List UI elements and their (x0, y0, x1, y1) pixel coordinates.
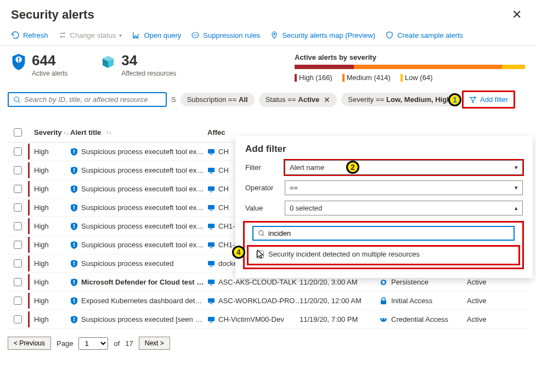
search-box[interactable] (8, 92, 167, 107)
svg-rect-10 (74, 171, 75, 172)
value-search-input[interactable] (268, 229, 509, 237)
create-sample-button[interactable]: Create sample alerts (385, 31, 463, 39)
status-filter-pill[interactable]: Status == Active ✕ (259, 93, 337, 107)
svg-rect-40 (74, 283, 75, 284)
prev-page-button[interactable]: < Previous (8, 337, 51, 350)
svg-rect-19 (208, 205, 215, 209)
filter-field-select[interactable]: Alert name ▾ (285, 160, 523, 175)
col-severity[interactable]: Severity↑↓ (27, 128, 70, 137)
svg-rect-50 (208, 317, 215, 321)
sort-icon: ↑↓ (106, 129, 111, 135)
filter-option[interactable]: Security incident detected on multiple r… (247, 245, 520, 265)
svg-point-54 (259, 231, 263, 235)
monitor-icon (207, 185, 215, 193)
shield-icon (70, 278, 78, 287)
cell-time: 11/20/20, 12:00 AM (300, 297, 379, 305)
row-checkbox[interactable] (14, 147, 22, 156)
cell-severity: High (27, 147, 70, 156)
svg-rect-49 (74, 320, 75, 321)
cycle-icon (379, 278, 388, 287)
remove-status-filter[interactable]: ✕ (324, 95, 330, 104)
chevron-down-icon: ▾ (515, 184, 518, 191)
row-checkbox[interactable] (14, 241, 22, 249)
row-checkbox[interactable] (14, 222, 22, 230)
close-button[interactable]: ✕ (509, 7, 525, 23)
svg-rect-29 (208, 242, 215, 247)
value-search-box[interactable]: 3 (252, 226, 515, 241)
svg-rect-9 (74, 168, 75, 171)
monitor-icon (207, 204, 215, 212)
table-row[interactable]: HighSuspicious process executed [seen …C… (8, 310, 528, 329)
change-status-button: Change status ▾ (58, 31, 122, 39)
search-icon (258, 230, 265, 237)
cell-time: 11/19/20, 7:00 PM (300, 315, 379, 323)
refresh-button[interactable]: Refresh (11, 31, 48, 39)
svg-rect-20 (210, 210, 212, 211)
severity-filter-pill[interactable]: Severity == Low, Medium, High (341, 93, 458, 106)
svg-rect-5 (74, 150, 75, 152)
cell-mitre: Persistence (379, 278, 467, 287)
cell-time: 11/20/20, 3:00 AM (300, 278, 379, 286)
svg-rect-7 (208, 149, 215, 154)
alerts-map-button[interactable]: Security alerts map (Preview) (270, 31, 375, 39)
svg-rect-42 (210, 285, 212, 286)
monitor-icon (207, 148, 215, 156)
active-alerts-count: 644 (32, 53, 67, 67)
map-pin-icon (270, 31, 279, 39)
add-filter-button[interactable]: Add filter 1 (462, 90, 515, 109)
row-checkbox[interactable] (14, 297, 22, 305)
open-query-button[interactable]: Open query (132, 31, 181, 39)
shield-icon (385, 31, 394, 39)
row-checkbox[interactable] (14, 259, 22, 268)
table-row[interactable]: HighExposed Kubernetes dashboard det…ASC… (8, 292, 528, 310)
select-all-checkbox[interactable] (14, 128, 22, 137)
page-select[interactable]: 1 (78, 337, 108, 350)
svg-rect-14 (74, 190, 75, 191)
suppression-icon (191, 31, 200, 39)
row-checkbox[interactable] (14, 166, 22, 174)
cell-status: Active (467, 315, 506, 323)
row-checkbox[interactable] (14, 185, 22, 193)
value-select[interactable]: 0 selected ▴ (285, 201, 523, 215)
query-icon (132, 31, 140, 39)
shield-icon (70, 203, 78, 212)
svg-rect-34 (74, 264, 75, 265)
svg-point-53 (385, 319, 386, 320)
callout-1: 1 (448, 93, 461, 106)
svg-point-4 (14, 96, 19, 101)
monitor-icon (207, 223, 215, 230)
page-total: 17 (125, 339, 133, 348)
callout-4: 4 (232, 246, 245, 259)
operator-select[interactable]: == ▾ (285, 180, 523, 195)
next-page-button[interactable]: Next > (139, 337, 170, 350)
col-title[interactable]: Alert title↑↓ (70, 128, 207, 137)
mask-icon (379, 315, 388, 324)
row-checkbox[interactable] (14, 203, 22, 212)
cube-icon (100, 53, 116, 71)
cell-severity: High (27, 241, 70, 249)
affected-count: 34 (121, 53, 176, 67)
cell-title: Suspicious process executeft tool ex… (70, 166, 207, 175)
svg-rect-33 (74, 262, 75, 264)
callout-2: 2 (346, 161, 359, 174)
search-input[interactable] (24, 95, 161, 104)
subscription-filter-pill[interactable]: Subscription == All (180, 93, 255, 106)
create-sample-label: Create sample alerts (397, 31, 463, 39)
col-resource[interactable]: Affec (207, 128, 300, 137)
page-title: Security alerts (11, 8, 94, 22)
svg-rect-24 (210, 229, 212, 230)
sort-icon: ↑↓ (64, 130, 69, 136)
shield-icon (70, 297, 78, 305)
summary-row: 644 Active alerts 34 Affected resources … (0, 46, 536, 86)
lock-icon (379, 297, 388, 305)
row-checkbox[interactable] (14, 315, 22, 323)
option-checkbox[interactable] (256, 251, 264, 258)
suppression-rules-button[interactable]: Suppression rules (191, 31, 260, 39)
row-checkbox[interactable] (14, 278, 22, 286)
svg-rect-28 (74, 246, 75, 247)
svg-rect-46 (210, 303, 212, 304)
affected-label: Affected resources (121, 70, 176, 77)
svg-rect-8 (210, 154, 212, 155)
svg-rect-21 (74, 224, 75, 226)
svg-rect-35 (208, 261, 215, 265)
